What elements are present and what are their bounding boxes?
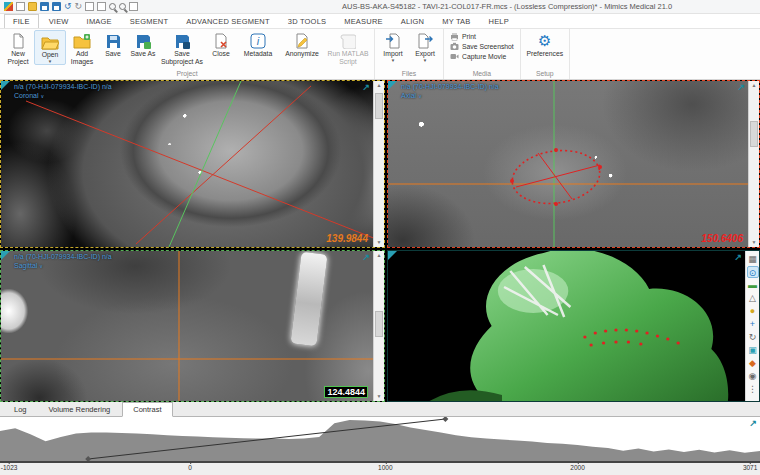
anonymize-button[interactable]: Anonymize <box>280 30 324 58</box>
tab-volume-rendering[interactable]: Volume Rendering <box>39 403 121 416</box>
ribbon-group-label-setup: Setup <box>523 69 567 79</box>
open-label: Open <box>42 51 59 59</box>
export-button[interactable]: Export ▼ <box>409 30 441 63</box>
layout-grid-icon[interactable]: ▦ <box>747 253 759 265</box>
save-all-icon[interactable] <box>52 2 61 11</box>
sagittal-orientation-select[interactable]: Sagittal ∨ <box>14 262 112 271</box>
3d-model-render[interactable] <box>388 251 759 401</box>
axial-scrollbar[interactable]: ▲ ▼ <box>748 81 759 247</box>
export-dropdown-icon[interactable]: ▼ <box>423 58 427 63</box>
copy-icon[interactable] <box>85 2 94 11</box>
save-icon[interactable] <box>40 2 49 11</box>
viewport-fold-icon[interactable] <box>1 251 10 260</box>
axial-slice-lines <box>388 81 759 247</box>
import-dropdown-icon[interactable]: ▼ <box>391 58 395 63</box>
viewport-coronal[interactable]: n/a (70-HJI-079934-IBC-ID) n/a Coronal ∨… <box>0 80 385 248</box>
tab-measure[interactable]: MEASURE <box>336 15 391 28</box>
open-folder-icon[interactable] <box>28 2 37 11</box>
sagittal-expand-icon[interactable]: ↗ <box>362 253 370 262</box>
scroll-up-icon[interactable]: ▲ <box>374 251 384 260</box>
undo-icon[interactable]: ↺ <box>64 2 72 11</box>
contrast-handle-high[interactable] <box>442 417 448 422</box>
viewport-fold-icon[interactable] <box>1 81 10 90</box>
new-document-icon[interactable] <box>16 2 25 11</box>
axial-scroll-thumb[interactable] <box>750 121 758 147</box>
axis-tick: 3071 <box>743 464 757 471</box>
coronal-scrollbar[interactable]: ▲ ▼ <box>373 81 384 247</box>
close-icon <box>213 32 229 50</box>
tab-log[interactable]: Log <box>4 403 37 416</box>
open-dropdown-icon[interactable]: ▼ <box>48 59 52 64</box>
tab-contrast[interactable]: Contrast <box>122 402 172 417</box>
coronal-slice-lines <box>1 81 384 247</box>
zoom-in-icon[interactable] <box>109 3 116 10</box>
viewport-fold-icon[interactable] <box>388 81 397 90</box>
new-project-button[interactable]: New Project <box>2 30 34 65</box>
scroll-up-icon[interactable]: ▲ <box>749 81 759 90</box>
coronal-expand-icon[interactable]: ↗ <box>362 83 370 92</box>
tab-image[interactable]: IMAGE <box>79 15 120 28</box>
viewport-fold-icon[interactable] <box>388 251 397 260</box>
axial-expand-icon[interactable]: ↗ <box>737 83 745 92</box>
clip-plane-icon[interactable]: ▬ <box>747 279 759 291</box>
scroll-down-icon[interactable]: ▼ <box>749 238 759 247</box>
axis-tick: 1000 <box>378 464 392 471</box>
tab-advanced-segment[interactable]: ADVANCED SEGMENT <box>178 15 278 28</box>
point-marker-icon[interactable]: ◆ <box>747 357 759 369</box>
viewport-axial[interactable]: n/a (70-HJI-079934-IBC-ID) n/a Axial ∨ 1… <box>387 80 760 248</box>
tab-file[interactable]: FILE <box>4 14 39 28</box>
pan-icon[interactable]: + <box>747 318 759 330</box>
open-button[interactable]: Open ▼ <box>34 30 66 65</box>
mesh-triangle-icon[interactable]: △ <box>747 292 759 304</box>
ribbon-group-project: New Project Open ▼ Add Images Save <box>0 29 375 79</box>
rotate-icon[interactable]: ↻ <box>747 331 759 343</box>
scroll-up-icon[interactable]: ▲ <box>374 81 384 90</box>
tab-3d-tools[interactable]: 3D TOOLS <box>280 15 334 28</box>
viewport-3d[interactable]: ↗ ▦ ⊙ ▬ △ ● + ↻ ▣ ◆ ◉ ⋮ <box>387 250 760 402</box>
ribbon-group-label-media: Media <box>446 69 518 79</box>
add-images-button[interactable]: Add Images <box>66 30 98 65</box>
menu-bar: FILE VIEW IMAGE SEGMENT ADVANCED SEGMENT… <box>0 14 760 28</box>
save-as-icon <box>136 32 151 50</box>
visibility-icon[interactable]: ◉ <box>747 370 759 382</box>
axial-orientation-select[interactable]: Axial ∨ <box>401 92 499 101</box>
tab-segment[interactable]: SEGMENT <box>122 15 177 28</box>
materialise-logo-icon <box>4 2 13 11</box>
paste-icon[interactable] <box>97 2 106 11</box>
contrast-panel[interactable]: ↗ <box>0 417 760 461</box>
3d-expand-icon[interactable]: ↗ <box>734 253 742 262</box>
close-button[interactable]: Close <box>206 30 236 58</box>
more-icon[interactable]: ⋮ <box>747 383 759 395</box>
tab-view[interactable]: VIEW <box>41 15 77 28</box>
run-matlab-script-button[interactable]: Run MATLAB Script <box>324 30 372 65</box>
preferences-button[interactable]: ⚙ Preferences <box>523 30 567 58</box>
zoom-out-icon[interactable] <box>119 3 126 10</box>
tab-align[interactable]: ALIGN <box>393 15 433 28</box>
save-screenshot-button[interactable]: Save Screenshot <box>450 42 514 51</box>
contrast-expand-icon[interactable]: ↗ <box>749 419 757 428</box>
capture-movie-button[interactable]: Capture Movie <box>450 52 506 61</box>
save-subproject-as-button[interactable]: Save Subproject As <box>158 30 206 65</box>
print-icon <box>450 32 459 41</box>
sphere-marker-icon[interactable]: ● <box>747 305 759 317</box>
save-as-button[interactable]: Save As <box>128 30 158 58</box>
import-button[interactable]: Import ▼ <box>377 30 409 63</box>
tab-my-tab[interactable]: MY TAB <box>434 15 478 28</box>
ribbon-group-label-files: Files <box>377 69 441 79</box>
zoom-icon[interactable]: ⊙ <box>747 266 759 278</box>
add-images-icon <box>73 32 91 50</box>
sagittal-scrollbar[interactable]: ▲ ▼ <box>373 251 384 401</box>
sagittal-scroll-thumb[interactable] <box>375 311 383 337</box>
metadata-button[interactable]: i Metadata <box>236 30 280 58</box>
fit-screen-icon[interactable] <box>129 2 138 11</box>
redo-icon[interactable]: ↻ <box>75 2 83 11</box>
scroll-down-icon[interactable]: ▼ <box>374 392 384 401</box>
coronal-orientation-select[interactable]: Coronal ∨ <box>14 92 112 101</box>
coronal-scroll-thumb[interactable] <box>375 93 383 119</box>
print-button[interactable]: Print <box>450 32 476 41</box>
cube-view-icon[interactable]: ▣ <box>747 344 759 356</box>
tab-help[interactable]: HELP <box>481 15 517 28</box>
viewport-sagittal[interactable]: n/a (70-HJI-079934-IBC-ID) n/a Sagittal … <box>0 250 385 402</box>
save-button[interactable]: Save <box>98 30 128 58</box>
scroll-down-icon[interactable]: ▼ <box>374 238 384 247</box>
